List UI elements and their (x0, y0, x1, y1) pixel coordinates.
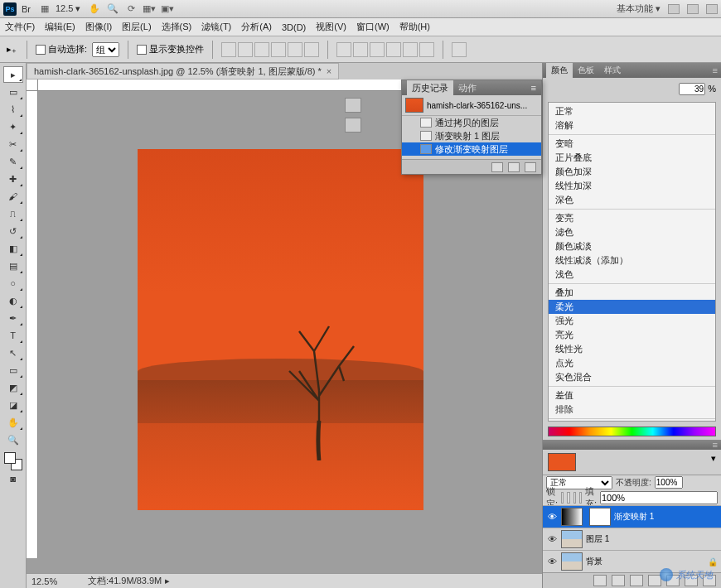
pen-tool[interactable]: ✒ (3, 310, 23, 326)
minimize-button[interactable] (668, 4, 680, 14)
shape-tool[interactable]: ▭ (3, 362, 23, 378)
eye-icon[interactable]: 👁 (546, 534, 558, 544)
collapsed-panel-icon[interactable] (345, 118, 361, 133)
blend-item[interactable]: 亮光 (549, 328, 715, 342)
zoom-value[interactable]: 12.5 ▾ (56, 3, 80, 14)
blend-item[interactable]: 差值 (549, 388, 715, 402)
lock-all-icon[interactable] (579, 492, 582, 504)
align-btn[interactable] (304, 42, 319, 57)
lock-pos-icon[interactable] (573, 492, 576, 504)
history-item[interactable]: 修改渐变映射图层 (402, 142, 541, 156)
align-btn[interactable] (238, 42, 253, 57)
stamp-tool[interactable]: ⎍ (3, 205, 23, 222)
tab-history[interactable]: 历史记录 (407, 80, 453, 96)
blend-item[interactable]: 色相 (549, 421, 715, 422)
blend-item[interactable]: 滤色 (549, 225, 715, 239)
auto-select-type[interactable]: 组 (92, 42, 119, 57)
dist-btn[interactable] (403, 42, 418, 57)
crop-tool[interactable]: ✂ (3, 136, 23, 152)
eye-icon[interactable]: 👁 (546, 512, 558, 522)
fx-icon[interactable] (612, 575, 625, 586)
eraser-tool[interactable]: ◧ (3, 240, 23, 257)
opacity-input[interactable] (679, 83, 705, 95)
lasso-tool[interactable]: ⌇ (3, 101, 23, 118)
mb-icon[interactable]: ▦ (37, 2, 52, 17)
menu-help[interactable]: 帮助(H) (399, 21, 430, 33)
doc-info[interactable]: 文档:41.9M/83.9M (88, 575, 162, 587)
history-snapshot[interactable]: hamish-clark-365162-uns... (402, 95, 541, 116)
arrange-icon[interactable]: ▦▾ (142, 2, 157, 17)
blend-item[interactable]: 线性减淡（添加） (549, 253, 715, 267)
type-tool[interactable]: T (3, 327, 23, 344)
show-transform-check[interactable]: 显示变换控件 (137, 43, 204, 55)
history-brush-tool[interactable]: ↺ (3, 223, 23, 239)
blend-item[interactable]: 正常 (549, 104, 715, 118)
workspace-label[interactable]: 基本功能 ▾ (617, 2, 661, 15)
ruler-vertical[interactable] (27, 91, 38, 558)
blend-item[interactable]: 强光 (549, 314, 715, 328)
tab-color[interactable]: 颜色 (546, 63, 573, 78)
align-btn[interactable] (271, 42, 286, 57)
dist-btn[interactable] (370, 42, 385, 57)
3d-tool[interactable]: ◩ (3, 379, 23, 396)
brush-tool[interactable]: 🖌 (3, 188, 23, 205)
path-tool[interactable]: ↖ (3, 345, 23, 361)
align-btn[interactable] (288, 42, 302, 57)
blend-item[interactable]: 浅色 (549, 267, 715, 282)
menu-analysis[interactable]: 分析(A) (241, 21, 272, 33)
zoom-field[interactable]: 12.5% (31, 576, 71, 586)
align-btn[interactable] (254, 42, 269, 57)
mask-icon[interactable] (630, 575, 643, 586)
hand-tool[interactable]: ✋ (3, 414, 23, 431)
tab-styles[interactable]: 样式 (599, 63, 626, 78)
blend-item[interactable]: 柔光 (549, 300, 715, 314)
blend-item[interactable]: 点光 (549, 356, 715, 370)
blend-item[interactable]: 叠加 (549, 286, 715, 300)
blend-item[interactable]: 线性光 (549, 342, 715, 356)
blend-item[interactable]: 变暗 (549, 137, 715, 151)
maximize-button[interactable] (687, 4, 699, 14)
rotate-icon[interactable]: ⟳ (123, 2, 138, 17)
blend-item[interactable]: 排除 (549, 402, 715, 417)
eye-icon[interactable]: 👁 (546, 557, 558, 566)
doc-tab[interactable]: hamish-clark-365162-unsplash.jpg @ 12.5%… (27, 63, 339, 80)
align-btn[interactable] (221, 42, 236, 57)
blend-item[interactable]: 深色 (549, 193, 715, 207)
close-button[interactable] (706, 4, 718, 14)
3d-cam-tool[interactable]: ◪ (3, 397, 23, 413)
screen-icon[interactable]: ▣▾ (160, 2, 175, 17)
marquee-tool[interactable]: ▭ (3, 84, 23, 100)
color-ramp[interactable] (548, 427, 716, 436)
collapsed-panel-icon[interactable] (345, 98, 361, 113)
trash-icon[interactable] (525, 162, 536, 172)
blur-tool[interactable]: ○ (3, 275, 23, 292)
wand-tool[interactable]: ✦ (3, 118, 23, 135)
quickmask-tool[interactable]: ◙ (3, 470, 23, 487)
blend-item[interactable]: 线性加深 (549, 179, 715, 193)
menu-filter[interactable]: 滤镜(T) (201, 21, 231, 33)
zoom-tool[interactable]: 🔍 (3, 431, 23, 448)
history-new-doc-icon[interactable] (491, 162, 503, 172)
menu-layer[interactable]: 图层(L) (122, 21, 151, 33)
blend-item[interactable]: 颜色减淡 (549, 239, 715, 253)
panel-menu-icon[interactable]: ≡ (713, 65, 718, 75)
hand-icon[interactable]: ✋ (87, 2, 102, 17)
fill-field[interactable] (600, 491, 718, 504)
move-tool[interactable]: ▸ (3, 66, 23, 83)
lock-pixel-icon[interactable] (567, 492, 569, 504)
opacity-field[interactable] (655, 476, 683, 489)
history-item[interactable]: 渐变映射 1 图层 (402, 129, 541, 142)
menu-image[interactable]: 图像(I) (85, 21, 112, 33)
auto-align-btn[interactable] (452, 42, 467, 57)
link-icon[interactable] (593, 575, 607, 586)
color-swatch[interactable] (548, 453, 576, 471)
tab-actions[interactable]: 动作 (453, 80, 481, 96)
menu-window[interactable]: 窗口(W) (356, 21, 390, 33)
heal-tool[interactable]: ✚ (3, 171, 23, 187)
history-snapshot-icon[interactable] (508, 162, 520, 172)
blend-item[interactable]: 变亮 (549, 211, 715, 225)
dist-btn[interactable] (353, 42, 368, 57)
blend-item[interactable]: 颜色加深 (549, 165, 715, 179)
dist-btn[interactable] (386, 42, 401, 57)
dist-btn[interactable] (419, 42, 434, 57)
